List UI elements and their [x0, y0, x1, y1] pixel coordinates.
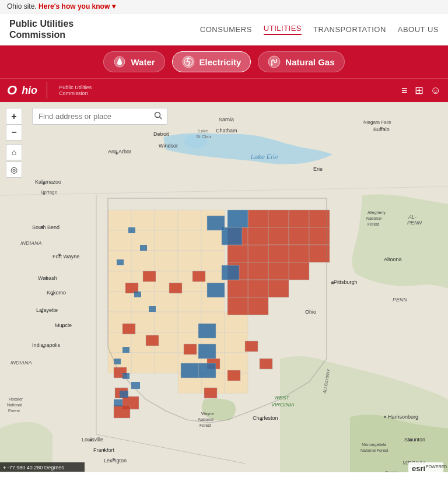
- home-button[interactable]: ⌂: [6, 144, 22, 160]
- svg-rect-105: [128, 227, 135, 233]
- svg-text:Niagara Falls: Niagara Falls: [363, 120, 391, 125]
- svg-rect-59: [289, 210, 309, 227]
- svg-rect-47: [225, 332, 248, 353]
- svg-text:Lexington: Lexington: [104, 458, 127, 464]
- svg-text:Wayne: Wayne: [201, 412, 214, 416]
- svg-text:Frankfort: Frankfort: [93, 447, 115, 453]
- svg-text:Lake Erie: Lake Erie: [251, 153, 278, 160]
- svg-text:AL-: AL-: [408, 214, 416, 220]
- nav-links: CONSUMERS UTILITIES TRANSPORTATION ABOUT…: [200, 24, 439, 35]
- svg-text:Chatham: Chatham: [216, 128, 237, 134]
- svg-rect-103: [198, 363, 216, 378]
- svg-rect-17: [178, 210, 201, 230]
- svg-text:Pittsburgh: Pittsburgh: [334, 279, 358, 285]
- svg-rect-11: [108, 210, 131, 230]
- svg-rect-52: [131, 353, 155, 373]
- svg-rect-32: [178, 292, 201, 312]
- svg-text:National: National: [366, 216, 382, 220]
- svg-rect-22: [155, 251, 178, 271]
- svg-text:Kokomo: Kokomo: [47, 290, 66, 296]
- svg-text:Forest: Forest: [200, 423, 211, 427]
- zoom-in-button[interactable]: +: [6, 108, 22, 124]
- svg-text:Ann Arbor: Ann Arbor: [108, 149, 131, 155]
- svg-rect-33: [201, 251, 225, 271]
- tab-natural-gas[interactable]: Natural Gas: [258, 51, 344, 72]
- svg-rect-94: [260, 359, 272, 369]
- svg-rect-91: [114, 405, 130, 418]
- svg-rect-106: [140, 245, 147, 251]
- svg-rect-37: [155, 312, 178, 332]
- warning-link[interactable]: Here's how you know ▾: [38, 2, 116, 10]
- svg-rect-115: [114, 399, 123, 406]
- svg-rect-85: [146, 335, 159, 346]
- svg-rect-71: [248, 262, 268, 280]
- water-icon: [113, 55, 126, 68]
- tab-water[interactable]: Water: [103, 51, 164, 72]
- svg-text:Ohio: Ohio: [305, 309, 316, 315]
- ohio-bar-icons: ≡ ⊞ ☺: [401, 84, 441, 97]
- nav-utilities[interactable]: UTILITIES: [264, 24, 302, 35]
- svg-text:Staunton: Staunton: [404, 437, 425, 443]
- svg-text:South Bend: South Bend: [32, 224, 60, 230]
- svg-text:Kalamazoo: Kalamazoo: [35, 179, 61, 185]
- svg-rect-51: [155, 353, 178, 373]
- ohio-o-letter: O: [7, 83, 17, 98]
- svg-rect-14: [108, 230, 131, 251]
- svg-text:Wabash: Wabash: [38, 275, 57, 281]
- ohio-subtitle: Public Utilities Commission: [59, 85, 92, 97]
- svg-text:POWERED BY: POWERED BY: [426, 465, 448, 469]
- svg-rect-102: [198, 344, 216, 359]
- nav-about[interactable]: ABOUT US: [398, 25, 439, 34]
- map-container[interactable]: Grand Rapids Kalamazoo Portage South Ben…: [0, 102, 448, 472]
- svg-text:Monongahela: Monongahela: [362, 443, 387, 447]
- svg-rect-21: [131, 251, 155, 271]
- tab-electricity[interactable]: Electricity: [172, 51, 251, 72]
- svg-rect-73: [268, 280, 289, 297]
- svg-point-8: [271, 64, 273, 66]
- svg-rect-68: [228, 245, 248, 262]
- svg-text:Erie: Erie: [313, 166, 323, 172]
- ohio-rest-text: hio: [22, 85, 37, 97]
- ohio-logo: O hio Public Utilities Commission: [7, 82, 92, 99]
- svg-line-207: [160, 117, 162, 119]
- svg-rect-23: [178, 251, 201, 271]
- svg-text:INDIANA: INDIANA: [10, 360, 32, 366]
- svg-text:St Clair: St Clair: [196, 134, 212, 139]
- svg-text:Windsor: Windsor: [159, 143, 178, 149]
- site-logo: Public Utilities Commission: [9, 18, 200, 40]
- svg-rect-96: [228, 210, 248, 227]
- svg-rect-98: [207, 216, 225, 230]
- nav-consumers[interactable]: CONSUMERS: [200, 25, 252, 34]
- user-icon[interactable]: ☺: [430, 85, 441, 97]
- svg-rect-101: [198, 324, 216, 338]
- layers-icon[interactable]: ⊞: [415, 84, 424, 97]
- main-nav: Public Utilities Commission CONSUMERS UT…: [0, 13, 448, 45]
- search-input[interactable]: [33, 108, 149, 124]
- svg-text:Portage: Portage: [41, 189, 58, 195]
- svg-rect-13: [155, 210, 178, 230]
- svg-rect-79: [248, 227, 268, 245]
- svg-rect-12: [131, 210, 155, 230]
- hamburger-icon[interactable]: ≡: [401, 85, 408, 97]
- svg-rect-95: [228, 370, 240, 381]
- electricity-icon: [182, 55, 195, 68]
- map-search-box[interactable]: [32, 108, 167, 125]
- natural-gas-icon: [268, 55, 281, 68]
- svg-rect-104: [181, 363, 198, 378]
- svg-rect-18: [178, 230, 201, 251]
- svg-text:esri: esri: [412, 464, 425, 472]
- svg-rect-66: [268, 245, 289, 262]
- search-button[interactable]: [149, 109, 167, 124]
- svg-rect-114: [120, 391, 128, 398]
- svg-text:WEST: WEST: [274, 395, 290, 401]
- locate-button[interactable]: ◎: [6, 162, 22, 178]
- svg-rect-62: [289, 227, 309, 245]
- svg-rect-75: [228, 280, 248, 297]
- svg-rect-84: [123, 324, 135, 334]
- svg-rect-57: [248, 210, 268, 227]
- svg-text:Detroit: Detroit: [153, 131, 169, 137]
- nav-transportation[interactable]: TRANSPORTATION: [313, 25, 386, 34]
- svg-rect-92: [204, 388, 217, 398]
- svg-rect-109: [149, 306, 156, 312]
- zoom-out-button[interactable]: −: [6, 124, 22, 141]
